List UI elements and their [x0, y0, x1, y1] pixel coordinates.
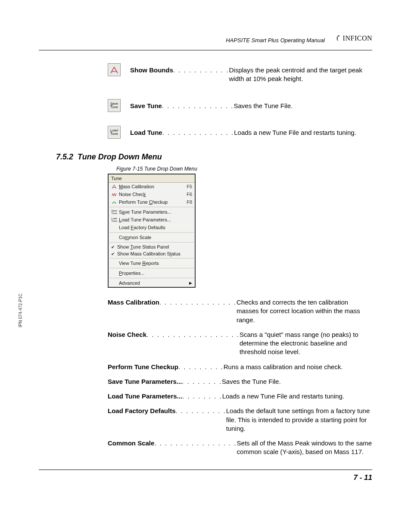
page-number: 7 - 11	[39, 473, 372, 482]
menu-item[interactable]: Noise CheckF6	[109, 190, 195, 198]
icon-def-row: LoadTune Load Tune . . . . . . . . . . .…	[108, 126, 372, 143]
menu-separator	[109, 232, 194, 233]
icon-def-row: Show Bounds . . . . . . . . . . . Displa…	[108, 63, 372, 90]
definition-row: Mass Calibration. . . . . . . . . . . . …	[108, 298, 372, 324]
def-label: Perform Tune Checkup	[108, 363, 178, 370]
def-description: Loads a new Tune File and restarts tunin…	[222, 392, 372, 401]
figure-caption: Figure 7-15 Tune Drop Down Menu	[116, 166, 372, 172]
menu-item[interactable]: SaveTuneSave Tune Parameters...	[109, 208, 195, 216]
menu-item-label: Noise Check	[119, 192, 185, 197]
menu-item[interactable]: Mass CalibrationF5	[109, 183, 195, 190]
brand-logo: INFICON	[335, 34, 372, 42]
definition-row: Perform Tune Checkup . . . . . . . . . R…	[108, 363, 372, 371]
menu-item-label: Mass Calibration	[119, 184, 185, 189]
brand-name: INFICON	[343, 34, 372, 42]
def-label: Save Tune Parameters...	[108, 378, 182, 385]
menu-item[interactable]: Load Factory Defaults	[109, 224, 195, 231]
cal-icon	[111, 184, 117, 190]
menu-title: Tune	[109, 174, 195, 183]
menu-item-label: Save Tune Parameters...	[119, 209, 192, 215]
save-icon: SaveTune	[111, 209, 117, 215]
def-label: Mass Calibration	[108, 299, 159, 306]
header-rule	[39, 50, 372, 50]
menu-separator	[109, 242, 194, 243]
def-description: Loads the default tune settings from a f…	[226, 407, 372, 433]
def-label: Noise Check	[108, 331, 146, 338]
footer-rule	[39, 470, 372, 470]
def-description: Saves the Tune File.	[234, 102, 372, 110]
menu-item-label: Properties...	[119, 271, 192, 276]
def-description: Scans a "quiet" mass range (no peaks) to…	[240, 330, 372, 357]
ipn-side-text: IPN 074-472-P1C	[18, 293, 23, 327]
definition-row: Save Tune Parameters... . . . . . . . . …	[108, 377, 372, 386]
leader-dots: . . . . . . . . . . . . . . . .	[154, 439, 237, 448]
save-tune-icon: SaveTune	[108, 99, 121, 112]
definition-row: Load Tune Parameters... . . . . . . . . …	[108, 392, 372, 401]
menu-shortcut: F6	[187, 192, 192, 197]
def-description: Runs a mass calibration and noise check.	[224, 363, 372, 371]
menu-separator	[109, 258, 194, 258]
leader-dots: . . . . . . . .	[182, 392, 222, 401]
def-label: Show Bounds	[130, 66, 173, 74]
section-heading: 7.5.2 Tune Drop Down Menu	[56, 152, 372, 162]
def-description: Checks and corrects the ten calibration …	[237, 298, 372, 324]
menu-item[interactable]: LoadTuneLoad Tune Parameters...	[109, 216, 195, 224]
menu-item-label: Show Mass Calibration Status	[117, 251, 192, 256]
menu-item[interactable]: Common Scale	[109, 233, 195, 241]
def-label: Common Scale	[108, 439, 154, 447]
def-description: Displays the peak centroid and the targe…	[229, 66, 372, 84]
menu-item-label: Show Tune Status Panel	[117, 244, 192, 249]
def-description: Saves the Tune File.	[222, 377, 372, 386]
menu-item-label: Perform Tune Checkup	[119, 199, 185, 205]
noise-icon	[111, 191, 117, 197]
leader-dots: . . . . . . . . . . . . . .	[162, 102, 234, 110]
leader-dots: . . . . . . . .	[182, 377, 222, 386]
leader-dots: . . . . . . . . . .	[176, 407, 226, 415]
definition-row: Common Scale . . . . . . . . . . . . . .…	[108, 439, 372, 457]
leader-dots: . . . . . . . . . . .	[173, 66, 229, 75]
svg-point-0	[338, 35, 339, 37]
menu-separator	[109, 278, 194, 278]
section-number: 7.5.2	[56, 152, 73, 161]
submenu-arrow-icon: ▶	[189, 281, 192, 285]
menu-separator	[109, 268, 194, 268]
definition-row: Noise Check . . . . . . . . . . . . . . …	[108, 330, 372, 357]
leader-dots: . . . . . . . . . . . . . . .	[159, 298, 237, 307]
menu-shortcut: F5	[187, 184, 192, 189]
menu-item-label: View Tune Reports	[119, 261, 192, 266]
manual-title: HAPSITE Smart Plus Operating Manual	[226, 37, 325, 44]
menu-shortcut: F8	[187, 199, 192, 205]
load-icon: LoadTune	[111, 217, 117, 223]
check-icon: ✔	[111, 252, 115, 256]
def-label: Load Factory Defaults	[108, 407, 176, 414]
def-label: Save Tune	[130, 102, 162, 109]
menu-item-label: Load Factory Defaults	[119, 225, 192, 230]
menu-separator	[109, 207, 194, 207]
definition-row: Load Factory Defaults . . . . . . . . . …	[108, 407, 372, 433]
def-label: Load Tune	[130, 129, 162, 136]
page-header: HAPSITE Smart Plus Operating Manual INFI…	[39, 34, 372, 47]
menu-item[interactable]: ✔Show Mass Calibration Status	[109, 250, 195, 257]
section-title: Tune Drop Down Menu	[78, 152, 162, 161]
tune-dropdown-menu: Tune Mass CalibrationF5Noise CheckF6Perf…	[108, 174, 196, 288]
tune-icon	[111, 199, 117, 205]
def-description: Loads a new Tune File and restarts tunin…	[234, 128, 372, 137]
leader-dots: . . . . . . . . .	[178, 363, 224, 371]
menu-item[interactable]: Perform Tune CheckupF8	[109, 198, 195, 206]
menu-item[interactable]: ✔Show Tune Status Panel	[109, 243, 195, 250]
def-label: Load Tune Parameters...	[108, 392, 182, 400]
icon-definitions: Show Bounds . . . . . . . . . . . Displa…	[39, 63, 372, 143]
check-icon: ✔	[111, 245, 115, 249]
menu-item[interactable]: Advanced▶	[109, 279, 195, 287]
menu-item[interactable]: Properties...	[109, 269, 195, 277]
menu-item-label: Common Scale	[119, 235, 192, 240]
menu-item-label: Advanced	[119, 280, 187, 286]
leader-dots: . . . . . . . . . . . . . . . . . .	[146, 330, 240, 339]
load-tune-icon: LoadTune	[108, 126, 121, 139]
menu-item[interactable]: View Tune Reports	[109, 259, 195, 267]
def-description: Sets all of the Mass Peak windows to the…	[237, 439, 372, 457]
menu-definitions: Mass Calibration. . . . . . . . . . . . …	[108, 298, 372, 457]
menu-item-label: Load Tune Parameters...	[119, 217, 192, 222]
icon-def-row: SaveTune Save Tune . . . . . . . . . . .…	[108, 99, 372, 116]
logo-swoosh-icon	[335, 34, 341, 42]
